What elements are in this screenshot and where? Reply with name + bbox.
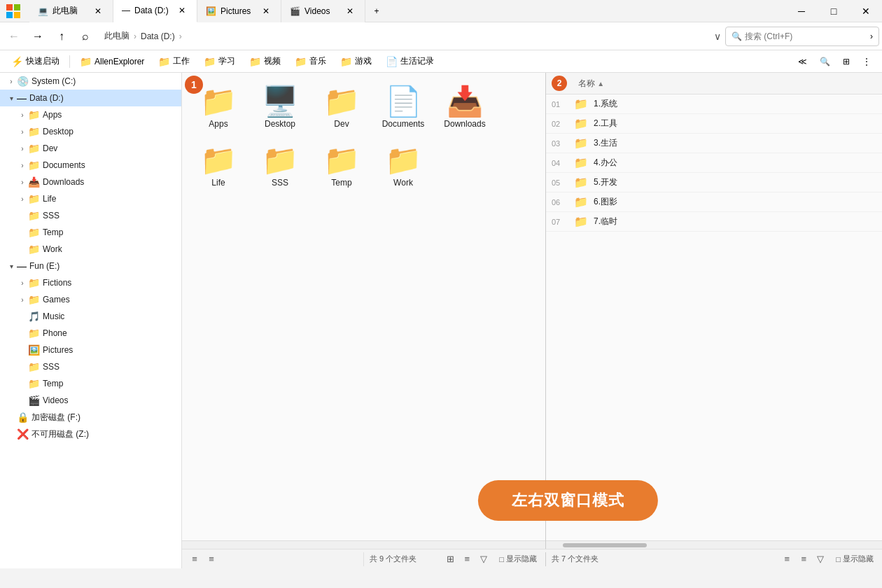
search-box[interactable]: 🔍 › <box>725 27 879 46</box>
tab-pictures[interactable]: 🖼️ Pictures ✕ <box>197 0 281 22</box>
up-button[interactable]: ↑ <box>50 25 73 48</box>
right-pane-scroll[interactable]: 01 📁 1.系统 02 📁 2.工具 03 📁 3.生活 <box>546 94 882 540</box>
sidebar-item-temp[interactable]: 📁 Temp <box>0 224 181 241</box>
sb-pane1-grid[interactable]: ⊞ <box>443 552 457 566</box>
file-item-work[interactable]: 📁 Work <box>375 140 431 193</box>
close-button[interactable]: ✕ <box>850 0 882 22</box>
sidebar-item-sss2[interactable]: 📁 SSS <box>0 358 181 375</box>
work-icon: 📁 <box>158 56 170 67</box>
list-item-4[interactable]: 04 📁 4.办公 <box>546 153 882 173</box>
tab-data-close[interactable]: ✕ <box>176 4 188 17</box>
sidebar-item-life[interactable]: › 📁 Life <box>0 190 181 207</box>
tab-pc[interactable]: 💻 此电脑 ✕ <box>29 0 113 22</box>
search-input[interactable] <box>745 31 867 41</box>
sidebar-item-downloads[interactable]: › 📥 Downloads <box>0 174 181 190</box>
list-item-1[interactable]: 01 📁 1.系统 <box>546 94 882 114</box>
qa-life-record[interactable]: 📄 生活记录 <box>380 54 440 69</box>
file-item-temp[interactable]: 📁 Temp <box>314 140 370 193</box>
file-item-dev[interactable]: 📁 Dev <box>314 81 370 134</box>
tab-pc-close[interactable]: ✕ <box>92 5 104 18</box>
sb-icon-sort[interactable]: ≡ <box>204 552 218 566</box>
sidebar-item-fun-e[interactable]: ▾ — Fun (E:) <box>0 258 181 274</box>
start-button[interactable] <box>0 4 29 19</box>
tab-pictures-close[interactable]: ✕ <box>260 5 272 18</box>
qa-study[interactable]: 📁 学习 <box>198 54 241 69</box>
qa-quickstart[interactable]: ⚡ 快速启动 <box>6 54 65 69</box>
tab-videos-close[interactable]: ✕ <box>344 5 356 18</box>
badge-2-label: 2 <box>557 78 562 88</box>
left-pane-hscroll[interactable] <box>182 540 545 549</box>
minimize-button[interactable]: ─ <box>785 0 818 22</box>
file-item-downloads[interactable]: 📥 Downloads <box>437 81 493 134</box>
sb-pane1-filter[interactable]: ▽ <box>477 552 491 566</box>
qa-games[interactable]: 📁 游戏 <box>335 54 377 69</box>
sidebar-item-pictures[interactable]: 🖼️ Pictures <box>0 342 181 358</box>
sb-pane2-filter[interactable]: ▽ <box>813 552 827 566</box>
list-item-2[interactable]: 02 📁 2.工具 <box>546 114 882 134</box>
sidebar-item-videos[interactable]: 🎬 Videos <box>0 392 181 409</box>
right-pane-hscroll[interactable] <box>546 540 882 549</box>
qa-menu[interactable]: ⋮ <box>857 55 876 68</box>
qa-allenexplorer[interactable]: 📁 AllenExplorer <box>74 55 150 69</box>
sidebar-item-sss[interactable]: 📁 SSS <box>0 207 181 224</box>
sidebar-item-music[interactable]: 🎵 Music <box>0 308 181 325</box>
qa-layout[interactable]: ⊞ <box>837 55 855 68</box>
sb-show-hide[interactable]: □ 显示隐藏 <box>496 552 540 566</box>
sb-icon-list[interactable]: ≡ <box>188 552 202 566</box>
breadcrumb[interactable]: 此电脑 › Data (D:) › <box>98 27 710 46</box>
file-item-sss[interactable]: 📁 SSS <box>252 140 308 193</box>
sidebar-item-fictions[interactable]: › 📁 Fictions <box>0 274 181 291</box>
data-d-icon: — <box>17 92 27 104</box>
sb-show-hide2[interactable]: □ 显示隐藏 <box>833 552 876 566</box>
list-item-7[interactable]: 07 📁 7.临时 <box>546 212 882 232</box>
svg-rect-1 <box>14 4 20 10</box>
unavailable-icon: ❌ <box>17 428 29 440</box>
breadcrumb-data[interactable]: Data (D:) <box>141 31 175 41</box>
tab-data[interactable]: — Data (D:) ✕ <box>113 0 197 22</box>
list-item-3[interactable]: 03 📁 3.生活 <box>546 134 882 153</box>
sidebar-item-temp2[interactable]: 📁 Temp <box>0 375 181 392</box>
sidebar-item-work[interactable]: 📁 Work <box>0 241 181 258</box>
maximize-button[interactable]: □ <box>818 0 850 22</box>
sidebar-item-desktop[interactable]: › 📁 Desktop <box>0 123 181 140</box>
breadcrumb-pc[interactable]: 此电脑 <box>104 30 130 42</box>
sidebar-item-dev[interactable]: › 📁 Dev <box>0 140 181 157</box>
breadcrumb-sep2: › <box>179 31 182 41</box>
sidebar-item-apps[interactable]: › 📁 Apps <box>0 106 181 123</box>
sb-pane1-list[interactable]: ≡ <box>460 552 474 566</box>
tab-videos[interactable]: 🎬 Videos ✕ <box>281 0 365 22</box>
qa-music[interactable]: 📁 音乐 <box>289 54 332 69</box>
file-item-documents[interactable]: 📄 Documents <box>375 81 431 134</box>
file-item-desktop[interactable]: 🖥️ Desktop <box>252 81 308 134</box>
desktop-label: Desktop <box>43 127 74 136</box>
sidebar-item-unavailable[interactable]: ❌ 不可用磁盘 (Z:) <box>0 426 181 442</box>
hscroll-thumb[interactable] <box>563 543 647 547</box>
list-item-5[interactable]: 05 📁 5.开发 <box>546 173 882 192</box>
sidebar-item-encrypted[interactable]: 🔒 加密磁盘 (F:) <box>0 409 181 426</box>
sidebar-item-games[interactable]: › 📁 Games <box>0 291 181 308</box>
sidebar-item-phone[interactable]: 📁 Phone <box>0 325 181 342</box>
qa-search-toggle[interactable]: 🔍 <box>814 55 836 68</box>
qa-video[interactable]: 📁 视频 <box>244 54 286 69</box>
qa-work[interactable]: 📁 工作 <box>153 54 195 69</box>
sidebar-item-documents[interactable]: › 📁 Documents <box>0 157 181 174</box>
history-button[interactable]: ⌕ <box>74 25 97 48</box>
sidebar-item-data-d[interactable]: ▾ — Data (D:) <box>0 90 181 106</box>
forward-button[interactable]: → <box>27 25 49 48</box>
games-label: Games <box>43 295 70 304</box>
sb-pane2-list2[interactable]: ≡ <box>797 552 811 566</box>
list-item-6[interactable]: 06 📁 6.图影 <box>546 192 882 212</box>
sidebar-item-system-c[interactable]: › 💿 System (C:) <box>0 73 181 90</box>
path-expand-button[interactable]: ∨ <box>711 31 724 42</box>
svg-rect-2 <box>6 12 13 18</box>
breadcrumb-sep1: › <box>134 31 136 41</box>
back-button[interactable]: ← <box>3 25 25 48</box>
sss-label: SSS <box>43 211 59 220</box>
file-item-life[interactable]: 📁 Life <box>190 140 246 193</box>
sb-pane2-list1[interactable]: ≡ <box>780 552 794 566</box>
new-tab-button[interactable]: + <box>365 0 388 22</box>
qa-collapse[interactable]: ≪ <box>792 55 813 68</box>
column-header-name[interactable]: 名称 ▲ <box>578 78 876 90</box>
left-pane-scroll[interactable]: 1 📁 Apps 🖥️ Desktop <box>182 73 545 540</box>
svg-rect-0 <box>6 4 13 10</box>
